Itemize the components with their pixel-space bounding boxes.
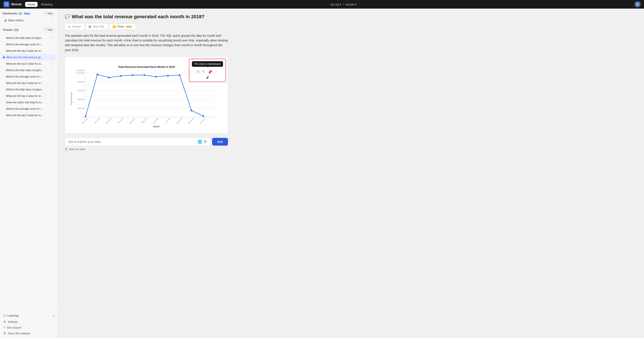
more-options-icon[interactable]: ⋯ (215, 70, 218, 74)
org-selector[interactable]: my org ▾ (330, 3, 341, 6)
svg-text:Feb 2018: Feb 2018 (106, 118, 112, 124)
modeling-nav-link[interactable]: Modeling (41, 3, 52, 6)
sales-metrics-item[interactable]: ⊞ Sales metrics ⋯ (2, 17, 55, 24)
svg-point-32 (156, 76, 157, 78)
home-nav-button[interactable]: Home (25, 2, 38, 7)
answer-icon: ◎ (68, 25, 71, 28)
thread-item-2[interactable]: What are the top 3 value for or... ⋯ (1, 48, 56, 54)
thread-more-icon[interactable]: ⋯ (51, 42, 55, 46)
thread-dot (3, 37, 5, 39)
svg-text:Apr 2018: Apr 2018 (129, 118, 136, 124)
tab-sql[interactable]: ▦ View SQL (85, 24, 108, 30)
thread-item-11[interactable]: What is the average score of r... ⋯ (1, 106, 56, 112)
new-dashboard-button[interactable]: + New (43, 11, 55, 16)
thread-more-icon[interactable]: ⋯ (51, 88, 55, 92)
thread-item-7[interactable]: What are the top 3 value for or... ⋯ (1, 80, 56, 86)
pin-icon[interactable]: 📌 (208, 70, 212, 74)
thread-dot (3, 56, 5, 58)
svg-text:Dec 2017: Dec 2017 (82, 118, 88, 124)
support-item[interactable]: ? Get support (2, 325, 55, 330)
ask-button[interactable]: Ask (212, 138, 228, 146)
thread-dot (3, 69, 5, 71)
svg-text:Aug 2018: Aug 2018 (176, 118, 183, 124)
thread-more-icon[interactable]: ⋯ (51, 107, 55, 111)
thread-item-3[interactable]: What was the total revenue ge... ⋯ (1, 54, 56, 60)
tab-answer[interactable]: ◎ Answer (65, 24, 84, 30)
dashboard-icon: ⊞ (4, 19, 7, 22)
svg-point-29 (120, 75, 122, 77)
more-icon[interactable]: ⋯ (50, 18, 54, 22)
thread-item-0[interactable]: What is the total value of paym... ⋯ (1, 35, 56, 41)
dataset-item[interactable]: ☰ About this dataset (2, 330, 55, 336)
svg-point-31 (144, 74, 145, 76)
svg-text:Jul 2018: Jul 2018 (164, 118, 170, 124)
thread-item-12[interactable]: What are the top 3 value for or... ⋯ (1, 112, 56, 118)
edit-icon[interactable]: ✎ (202, 70, 205, 74)
learning-icon: ⬡ (4, 314, 6, 317)
thread-item-4[interactable]: What are the top 3 value for or... ⋯ (1, 60, 56, 67)
thread-text: What are the top 3 value for or... (6, 114, 51, 117)
emoji-button[interactable]: 🌐 (197, 138, 203, 145)
svg-point-27 (96, 74, 98, 75)
save-view-link[interactable]: ☰ Save as view (65, 146, 228, 152)
settings-item[interactable]: ⚙ Settings (2, 319, 55, 325)
y-axis-label: Total Revenue (70, 92, 72, 105)
thread-dot (3, 102, 5, 103)
main-content: 💬 What was the total revenue generated e… (58, 8, 644, 338)
refresh-input-icon[interactable]: ↻ (203, 138, 208, 145)
question-header: 💬 What was the total revenue generated e… (65, 14, 637, 20)
new-thread-button[interactable]: + New (43, 28, 55, 32)
svg-text:600,000: 600,000 (78, 90, 84, 92)
pin-highlight: Pin chart to dashboard ↻ ✎ 📌 ⋯ 𝓀 (189, 58, 226, 82)
thread-more-icon[interactable]: ⋯ (51, 81, 55, 85)
logo-icon (4, 1, 10, 7)
ask-input[interactable] (67, 138, 197, 146)
thread-item-6[interactable]: What is the average score of r... ⋯ (1, 74, 56, 80)
thread-more-icon[interactable]: ⋯ (51, 49, 55, 53)
thread-item-10[interactable]: show me orders that ship to cu... ⋯ (1, 99, 56, 106)
chevron-right-icon: › (54, 314, 54, 317)
thread-dot (3, 50, 5, 52)
avatar[interactable]: W (634, 1, 640, 7)
thread-more-icon[interactable]: ⋯ (51, 68, 55, 72)
thread-dot (3, 108, 5, 110)
thread-dot (3, 95, 5, 97)
svg-point-30 (132, 74, 134, 76)
thread-text: What are the top 3 value for or... (6, 82, 51, 84)
logo: WrenAI (4, 1, 22, 7)
svg-text:800,000: 800,000 (78, 81, 84, 83)
thread-text: show me orders that ship to cu... (6, 101, 51, 104)
svg-text:Jun 2018: Jun 2018 (153, 118, 159, 124)
refresh-icon[interactable]: ↻ (197, 70, 200, 74)
question-title: What was the total revenue generated eac… (72, 14, 204, 20)
thread-more-icon[interactable]: ⋯ (51, 74, 55, 79)
tab-chart[interactable]: 🟡 Chart Beta (109, 24, 136, 30)
thread-more-icon[interactable]: ⋯ (51, 113, 55, 118)
answer-text: The question asks for the total revenue … (65, 33, 228, 52)
logo-text: WrenAI (11, 2, 22, 6)
user-menu[interactable]: W (634, 1, 640, 7)
support-icon: ? (4, 326, 5, 329)
thread-more-icon[interactable]: ⋯ (51, 94, 55, 98)
cursor-indicator: 𝓀 (206, 75, 209, 80)
chart-toolbar-icons: ↻ ✎ 📌 ⋯ (197, 70, 218, 74)
thread-more-icon[interactable]: ⋯ (51, 36, 55, 40)
thread-item-9[interactable]: What are the top 3 value for or... ⋯ (1, 93, 56, 99)
pin-tooltip: Pin chart to dashboard (192, 61, 223, 67)
thread-text: What is the total value of paym... (6, 88, 51, 91)
svg-point-33 (167, 75, 169, 77)
sql-icon: ▦ (88, 25, 91, 28)
learning-item[interactable]: ⬡ Learning › (2, 312, 55, 319)
x-axis-label: Month (154, 126, 160, 128)
chart-container: Pin chart to dashboard ↻ ✎ 📌 ⋯ 𝓀 Total R… (65, 57, 228, 133)
thread-item-8[interactable]: What is the total value of paym... ⋯ (1, 86, 56, 93)
thread-item-1[interactable]: What is the average score of r... ⋯ (1, 41, 56, 48)
thread-more-icon[interactable]: ⋯ (51, 62, 55, 66)
svg-text:1,000,000: 1,000,000 (76, 72, 84, 74)
thread-more-icon[interactable]: ⋯ (51, 55, 55, 60)
thread-item-5[interactable]: What is the total value of paym... ⋯ (1, 67, 56, 74)
thread-more-icon[interactable]: ⋯ (51, 100, 55, 104)
thread-text: What is the total value of paym... (6, 36, 51, 40)
org-breadcrumb: my org ▾ / sample ▾ (56, 3, 631, 6)
sample-selector[interactable]: sample ▾ (346, 3, 357, 6)
